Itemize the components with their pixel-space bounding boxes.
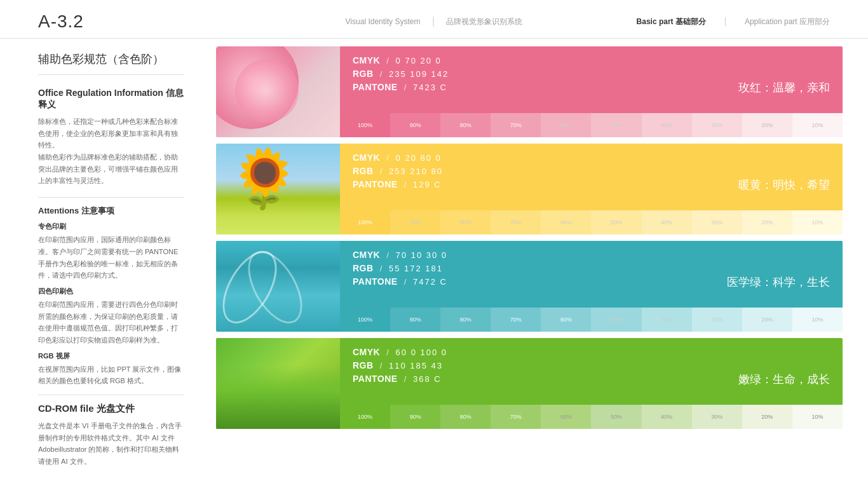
- pantone-slash-yellow: /: [402, 180, 409, 189]
- shade-cell-yellow-20%: 20%: [742, 210, 792, 234]
- color-info-yellow: CMYK / 0 20 80 0RGB / 253 210 80PANTONE …: [340, 144, 843, 234]
- color-row-yellow: CMYK / 0 20 80 0RGB / 253 210 80PANTONE …: [216, 144, 843, 234]
- color-top-pink: CMYK / 0 70 20 0RGB / 235 109 142PANTONE…: [340, 46, 843, 113]
- shade-cell-pink-60%: 60%: [541, 113, 591, 137]
- pantone-values-pink: 7423 C: [413, 83, 447, 92]
- color-image-green: [216, 338, 340, 429]
- page-header: A-3.2 Visual Identity System 品牌视觉形象识别系统 …: [0, 0, 868, 39]
- shade-cell-teal-30%: 30%: [692, 308, 742, 332]
- sidebar: 辅助色彩规范（含色阶） Office Regulation Informatio…: [0, 39, 210, 485]
- shade-cell-teal-100%: 100%: [340, 308, 390, 332]
- rgb-row-yellow: RGB / 253 210 80: [353, 166, 830, 176]
- color-row-teal: CMYK / 70 10 30 0RGB / 55 172 181PANTONE…: [216, 241, 843, 332]
- color-top-green: CMYK / 60 0 100 0RGB / 110 185 43PANTONE…: [340, 338, 843, 405]
- sub3-title: RGB 视屏: [38, 351, 184, 361]
- shade-cell-pink-100%: 100%: [340, 113, 390, 137]
- pantone-slash-green: /: [402, 374, 409, 384]
- sidebar-divider1: [38, 197, 184, 198]
- rgb-slash-teal: /: [377, 264, 385, 273]
- pantone-values-teal: 7472 C: [413, 277, 447, 287]
- shade-cell-yellow-10%: 10%: [792, 210, 843, 234]
- rgb-label-yellow: RGB: [353, 166, 374, 176]
- color-row-pink: CMYK / 0 70 20 0RGB / 235 109 142PANTONE…: [216, 46, 843, 137]
- header-left: A-3.2: [38, 11, 84, 32]
- cmyk-row-teal: CMYK / 70 10 30 0: [353, 250, 830, 260]
- shade-cell-teal-50%: 50%: [591, 308, 641, 332]
- color-name-pink: 玫红：温馨，亲和: [738, 79, 830, 95]
- shade-cell-pink-90%: 90%: [390, 113, 440, 137]
- sub3-body: 在视屏范围内应用，比如 PPT 展示文件，图像相关的颜色也要转化成 RGB 格式…: [38, 363, 184, 387]
- color-image-teal: [216, 241, 340, 332]
- color-info-green: CMYK / 60 0 100 0RGB / 110 185 43PANTONE…: [340, 338, 843, 429]
- section2-title: Attentions 注意事项: [38, 205, 184, 217]
- shade-cell-pink-70%: 70%: [491, 113, 541, 137]
- cmyk-label-teal: CMYK: [353, 250, 380, 260]
- pantone-label-pink: PANTONE: [353, 82, 398, 92]
- nav-divider: [725, 17, 726, 26]
- shade-cell-teal-10%: 10%: [792, 308, 843, 332]
- shade-cell-teal-90%: 90%: [390, 308, 440, 332]
- nav-basic[interactable]: Basic part 基础部分: [637, 17, 706, 27]
- rgb-label-green: RGB: [353, 360, 374, 370]
- shade-cell-yellow-90%: 90%: [390, 210, 440, 234]
- color-info-teal: CMYK / 70 10 30 0RGB / 55 172 181PANTONE…: [340, 241, 843, 332]
- shade-cell-green-50%: 50%: [591, 405, 641, 429]
- cmyk-slash-teal: /: [384, 250, 391, 260]
- cmyk-values-green: 60 0 100 0: [396, 348, 447, 357]
- sub1-body: 在印刷范围内应用，国际通用的印刷颜色标准。客户与印厂之间需要有统一的 PANTO…: [38, 234, 184, 281]
- rgb-values-pink: 235 109 142: [389, 69, 449, 79]
- shade-cell-green-90%: 90%: [390, 405, 440, 429]
- cmyk-values-teal: 70 10 30 0: [396, 250, 447, 260]
- shade-cell-yellow-60%: 60%: [541, 210, 591, 234]
- shade-cell-yellow-70%: 70%: [491, 210, 541, 234]
- shade-cell-yellow-80%: 80%: [440, 210, 491, 234]
- cmyk-slash-yellow: /: [384, 153, 391, 163]
- shade-cell-pink-20%: 20%: [742, 113, 792, 137]
- rgb-row-green: RGB / 110 185 43: [353, 360, 830, 370]
- rgb-slash-green: /: [377, 361, 385, 370]
- rgb-row-pink: RGB / 235 109 142: [353, 69, 830, 79]
- sub2-title: 四色印刷色: [38, 287, 184, 296]
- shade-cell-yellow-40%: 40%: [642, 210, 692, 234]
- shade-bar-pink: 100%90%80%70%60%50%40%30%20%10%: [340, 113, 843, 137]
- shade-cell-green-20%: 20%: [742, 405, 792, 429]
- cmyk-label-green: CMYK: [353, 347, 380, 357]
- shade-bar-green: 100%90%80%70%60%50%40%30%20%10%: [340, 405, 843, 429]
- shade-cell-green-100%: 100%: [340, 405, 390, 429]
- nav-application[interactable]: Application part 应用部分: [745, 17, 830, 27]
- header-divider: [433, 17, 433, 27]
- cmyk-label-yellow: CMYK: [353, 152, 380, 163]
- shade-cell-yellow-100%: 100%: [340, 210, 390, 234]
- pantone-values-yellow: 129 C: [413, 180, 442, 189]
- main-content: 辅助色彩规范（含色阶） Office Regulation Informatio…: [0, 39, 868, 485]
- rgb-values-yellow: 253 210 80: [389, 166, 443, 176]
- shade-cell-teal-40%: 40%: [642, 308, 692, 332]
- shade-cell-teal-70%: 70%: [491, 308, 541, 332]
- cmyk-row-yellow: CMYK / 0 20 80 0: [353, 152, 830, 163]
- pantone-slash-pink: /: [402, 83, 409, 92]
- cmyk-values-pink: 0 70 20 0: [396, 56, 442, 65]
- shade-cell-pink-40%: 40%: [642, 113, 692, 137]
- shade-cell-yellow-30%: 30%: [692, 210, 742, 234]
- cmyk-label-pink: CMYK: [353, 55, 380, 65]
- vis-label-zh: 品牌视觉形象识别系统: [446, 17, 522, 27]
- cd-title: CD-ROM file 光盘文件: [38, 403, 184, 415]
- cd-body: 光盘文件是本 VI 手册电子文件的集合，内含手册制作时的专用软件格式文件。其中 …: [38, 420, 184, 468]
- section1-title: Office Regulation Information 信息释义: [38, 88, 184, 111]
- rgb-slash-pink: /: [377, 69, 385, 79]
- sidebar-title: 辅助色彩规范（含色阶）: [38, 51, 184, 75]
- color-panel: CMYK / 0 70 20 0RGB / 235 109 142PANTONE…: [210, 39, 868, 485]
- page-number: A-3.2: [38, 11, 84, 32]
- color-name-green: 嫩绿：生命，成长: [738, 371, 830, 386]
- color-image-pink: [216, 46, 340, 137]
- color-top-yellow: CMYK / 0 20 80 0RGB / 253 210 80PANTONE …: [340, 144, 843, 210]
- color-name-yellow: 暖黄：明快，希望: [738, 177, 830, 192]
- shade-cell-green-60%: 60%: [541, 405, 591, 429]
- shade-cell-teal-20%: 20%: [742, 308, 792, 332]
- pantone-values-green: 368 C: [413, 374, 442, 384]
- cmyk-slash-pink: /: [384, 56, 391, 65]
- pantone-label-yellow: PANTONE: [353, 179, 398, 189]
- cmyk-values-yellow: 0 20 80 0: [396, 153, 442, 163]
- color-info-pink: CMYK / 0 70 20 0RGB / 235 109 142PANTONE…: [340, 46, 843, 137]
- color-name-teal: 医学绿：科学，生长: [727, 274, 830, 289]
